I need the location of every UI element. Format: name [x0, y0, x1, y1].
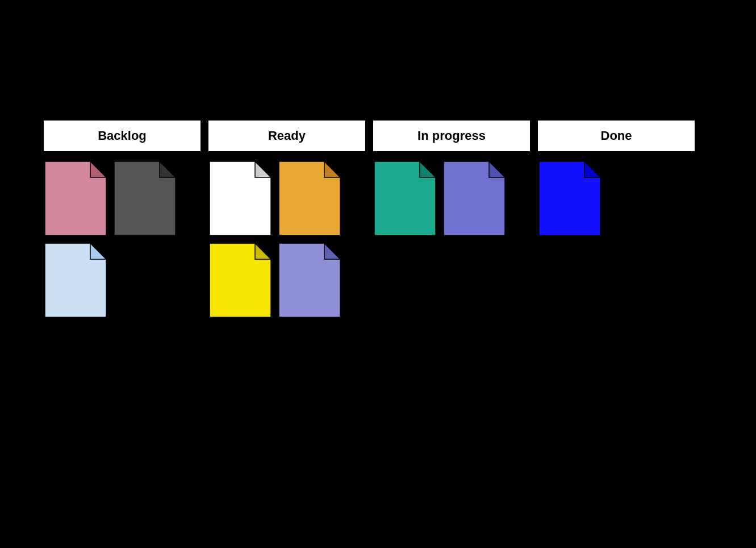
file-card[interactable] — [539, 161, 600, 235]
cards-grid-backlog — [43, 159, 202, 319]
column-ready: Ready — [207, 119, 366, 319]
file-card[interactable] — [279, 243, 340, 317]
svg-marker-11 — [255, 243, 271, 259]
file-card[interactable] — [444, 161, 505, 235]
column-header-ready: Ready — [207, 119, 366, 152]
file-card[interactable] — [210, 161, 271, 235]
file-card[interactable] — [210, 243, 271, 317]
cards-grid-ready — [207, 159, 366, 319]
column-done: Done — [537, 119, 696, 319]
column-header-in-progress: In progress — [372, 119, 531, 152]
file-card[interactable] — [45, 161, 106, 235]
svg-marker-9 — [324, 161, 340, 177]
cards-grid-in-progress — [372, 159, 531, 238]
column-backlog: Backlog — [43, 119, 202, 319]
file-card[interactable] — [114, 161, 176, 235]
svg-marker-17 — [489, 161, 505, 177]
file-card[interactable] — [374, 161, 436, 235]
column-header-done: Done — [537, 119, 696, 152]
file-card[interactable] — [45, 243, 106, 317]
svg-marker-5 — [90, 243, 106, 259]
cards-grid-done — [537, 159, 696, 238]
column-header-backlog: Backlog — [43, 119, 202, 152]
svg-marker-13 — [324, 243, 340, 259]
svg-marker-19 — [584, 161, 600, 177]
svg-marker-7 — [255, 161, 271, 177]
svg-marker-1 — [90, 161, 106, 177]
file-card[interactable] — [279, 161, 340, 235]
kanban-board: Backlog Ready In progress Done — [43, 119, 701, 319]
svg-marker-15 — [420, 161, 436, 177]
svg-marker-3 — [160, 161, 176, 177]
column-in-progress: In progress — [372, 119, 531, 319]
